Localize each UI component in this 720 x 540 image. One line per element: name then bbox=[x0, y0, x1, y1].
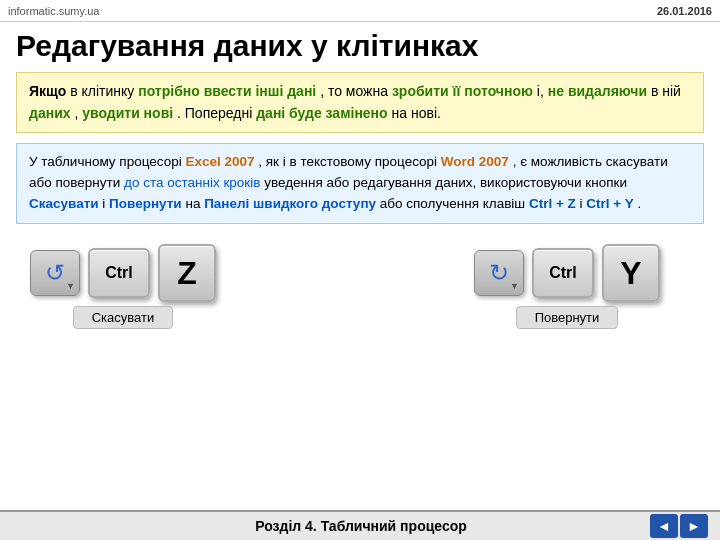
undo-dropdown-icon: ▼ bbox=[66, 281, 75, 291]
yellow-text-2: , то можна bbox=[320, 83, 392, 99]
prev-button[interactable]: ◄ bbox=[650, 514, 678, 538]
undo-z-key: Z bbox=[158, 244, 216, 302]
date-label: 26.01.2016 bbox=[657, 5, 712, 17]
redo-button-label-wrapper: Повернути bbox=[516, 306, 619, 329]
blue-text-7: або сполучення клавіш bbox=[380, 196, 529, 211]
blue-excel: Excel 2007 bbox=[185, 154, 254, 169]
yellow-text-4: в ній bbox=[651, 83, 681, 99]
yellow-box: Якщо в клітинку потрібно ввести інші дан… bbox=[16, 72, 704, 133]
blue-text-2: , як і в текстовому процесорі bbox=[258, 154, 441, 169]
blue-text-4: уведення або редагування даних, використ… bbox=[264, 175, 627, 190]
redo-ctrl-key: Ctrl bbox=[532, 248, 594, 298]
top-bar: informatic.sumy.ua 26.01.2016 bbox=[0, 0, 720, 22]
redo-y-label: Y bbox=[620, 255, 641, 292]
undo-z-label: Z bbox=[177, 255, 197, 292]
undo-button-label-wrapper: Скасувати bbox=[73, 306, 174, 329]
yellow-text-3: і, bbox=[537, 83, 548, 99]
blue-text-1: У табличному процесорі bbox=[29, 154, 185, 169]
blue-hl-1: до ста останніх кроків bbox=[124, 175, 260, 190]
nav-buttons[interactable]: ◄ ► bbox=[650, 514, 708, 538]
yellow-bold-4: даних bbox=[29, 105, 71, 121]
yellow-text-6: . Попередні bbox=[177, 105, 256, 121]
undo-ctrl-key: Ctrl bbox=[88, 248, 150, 298]
content-area: Якщо в клітинку потрібно ввести інші дан… bbox=[0, 68, 720, 240]
undo-group: ↺ ▼ Ctrl Z Скасувати bbox=[30, 244, 216, 329]
yakshcho-label: Якщо bbox=[29, 83, 66, 99]
undo-ctrl-label: Ctrl bbox=[105, 264, 133, 282]
yellow-bold-3: не видаляючи bbox=[548, 83, 647, 99]
next-button[interactable]: ► bbox=[680, 514, 708, 538]
redo-arrow-icon: ↻ bbox=[489, 259, 509, 287]
yellow-text-7: на нові. bbox=[392, 105, 441, 121]
redo-ctrl-label: Ctrl bbox=[549, 264, 577, 282]
blue-bold-3: Панелі швидкого доступу bbox=[204, 196, 376, 211]
yellow-text-1: в клітинку bbox=[70, 83, 138, 99]
page-title: Редагування даних у клітинках bbox=[0, 22, 720, 68]
bottom-bar: Розділ 4. Табличний процесор ◄ ► bbox=[0, 510, 720, 540]
blue-box: У табличному процесорі Excel 2007 , як і… bbox=[16, 143, 704, 224]
blue-ctrl-z: Ctrl + Z bbox=[529, 196, 576, 211]
redo-arrow-button[interactable]: ↻ ▼ bbox=[474, 250, 524, 296]
redo-y-key: Y bbox=[602, 244, 660, 302]
blue-bold-1: Скасувати bbox=[29, 196, 99, 211]
footer-title: Розділ 4. Табличний процесор bbox=[72, 518, 650, 534]
prev-icon: ◄ bbox=[657, 518, 671, 534]
redo-group: ↻ ▼ Ctrl Y Повернути bbox=[474, 244, 660, 329]
yellow-bold-6: дані буде замінено bbox=[256, 105, 387, 121]
blue-text-6: на bbox=[185, 196, 204, 211]
yellow-bold-2: зробити її поточною bbox=[392, 83, 533, 99]
blue-bold-2: Повернути bbox=[109, 196, 182, 211]
next-icon: ► bbox=[687, 518, 701, 534]
blue-text-9: . bbox=[638, 196, 642, 211]
redo-dropdown-icon: ▼ bbox=[510, 281, 519, 291]
yellow-bold-1: потрібно ввести інші дані bbox=[138, 83, 316, 99]
blue-word: Word 2007 bbox=[441, 154, 509, 169]
yellow-bold-5: уводити нові bbox=[82, 105, 173, 121]
undo-arrow-icon: ↺ bbox=[45, 259, 65, 287]
blue-ctrl-y: Ctrl + Y bbox=[586, 196, 633, 211]
undo-arrow-button[interactable]: ↺ ▼ bbox=[30, 250, 80, 296]
redo-button-label: Повернути bbox=[516, 306, 619, 329]
undo-button-label: Скасувати bbox=[73, 306, 174, 329]
site-label: informatic.sumy.ua bbox=[8, 5, 100, 17]
